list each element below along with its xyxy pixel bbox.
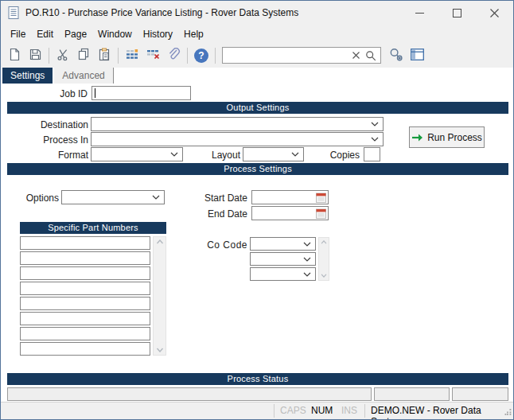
menu-help[interactable]: Help bbox=[178, 26, 209, 42]
paste-clipboard-icon bbox=[98, 48, 111, 64]
window-controls bbox=[401, 1, 513, 25]
co-code-scrollbar[interactable] bbox=[318, 237, 329, 281]
toolbar-separator bbox=[118, 48, 119, 64]
panel-layout-button[interactable] bbox=[407, 46, 427, 65]
chevron-down-icon bbox=[291, 152, 299, 157]
process-status-header: Process Status bbox=[7, 373, 508, 385]
tab-strip: Settings Advanced bbox=[2, 68, 114, 84]
minimize-button[interactable] bbox=[401, 1, 438, 25]
part-numbers-header: Specific Part Numbers bbox=[20, 222, 166, 234]
part-number-input[interactable] bbox=[20, 236, 150, 250]
options-label: Options bbox=[1, 192, 59, 204]
title-bar: PO.R10 - Purchase Price Variance Listing… bbox=[1, 1, 513, 25]
menu-bar: File Edit Page Window History Help bbox=[1, 25, 513, 43]
status-bar: CAPS NUM INS DEMO.NEW - Rover Data Syste… bbox=[1, 402, 513, 419]
menu-window[interactable]: Window bbox=[92, 26, 138, 42]
tab-advanced[interactable]: Advanced bbox=[54, 68, 113, 84]
chevron-down-icon bbox=[303, 242, 311, 247]
copy-button[interactable] bbox=[73, 46, 94, 65]
num-lock-indicator: NUM bbox=[311, 405, 333, 416]
attachment-button[interactable] bbox=[163, 46, 184, 65]
tab-settings[interactable]: Settings bbox=[2, 68, 53, 84]
delete-rows-button[interactable] bbox=[142, 46, 163, 65]
copy-icon bbox=[77, 48, 91, 64]
copies-input[interactable] bbox=[364, 147, 380, 161]
report-document-icon bbox=[8, 6, 19, 19]
co-code-label: Co Code bbox=[192, 239, 247, 251]
destination-label: Destination bbox=[1, 119, 88, 130]
scroll-down-icon[interactable] bbox=[321, 274, 327, 278]
insert-rows-button[interactable] bbox=[122, 46, 142, 65]
part-number-input[interactable] bbox=[20, 342, 150, 356]
start-date-label: Start Date bbox=[192, 192, 247, 204]
process-in-select[interactable] bbox=[91, 132, 384, 146]
job-id-input[interactable] bbox=[92, 86, 191, 100]
panel-layout-icon bbox=[411, 49, 424, 63]
part-number-input[interactable] bbox=[20, 312, 150, 325]
run-arrow-icon bbox=[411, 133, 423, 142]
process-settings-header: Process Settings bbox=[7, 163, 508, 175]
calendar-icon[interactable] bbox=[316, 192, 326, 205]
calendar-icon[interactable] bbox=[316, 208, 326, 221]
part-number-input[interactable] bbox=[20, 327, 150, 340]
chevron-down-icon bbox=[371, 137, 379, 142]
options-select[interactable] bbox=[61, 190, 165, 204]
layout-label: Layout bbox=[188, 150, 240, 161]
part-numbers-scrollbar[interactable] bbox=[153, 236, 166, 356]
clear-search-icon[interactable] bbox=[351, 50, 361, 60]
resize-grip[interactable] bbox=[504, 406, 512, 418]
save-icon bbox=[29, 48, 42, 64]
insert-mode-indicator: INS bbox=[341, 405, 357, 416]
menu-history[interactable]: History bbox=[138, 26, 178, 42]
window-title: PO.R10 - Purchase Price Variance Listing… bbox=[25, 7, 298, 18]
paste-button[interactable] bbox=[94, 46, 115, 65]
co-code-select[interactable] bbox=[250, 252, 316, 266]
lookup-button[interactable] bbox=[386, 46, 407, 65]
session-label: DEMO.NEW - Rover Data Systems bbox=[371, 405, 513, 420]
destination-select[interactable] bbox=[91, 117, 384, 131]
scroll-up-icon[interactable] bbox=[321, 240, 327, 244]
chevron-down-icon bbox=[170, 152, 178, 157]
help-button[interactable]: ? bbox=[191, 46, 212, 65]
statusbar-separator bbox=[274, 404, 275, 418]
new-document-icon bbox=[8, 48, 21, 64]
search-input[interactable] bbox=[224, 49, 352, 62]
new-document-button[interactable] bbox=[4, 46, 25, 65]
part-number-list bbox=[20, 236, 150, 356]
statusbar-separator bbox=[364, 404, 365, 418]
layout-select[interactable] bbox=[243, 147, 304, 161]
cut-scissors-icon bbox=[56, 48, 70, 64]
save-button[interactable] bbox=[25, 46, 45, 65]
co-code-select[interactable] bbox=[250, 267, 316, 281]
text-caret bbox=[95, 88, 95, 98]
close-button[interactable] bbox=[476, 1, 513, 25]
run-process-button[interactable]: Run Process bbox=[409, 126, 485, 148]
co-code-select[interactable] bbox=[250, 237, 316, 251]
toolbar-search-box bbox=[222, 47, 381, 64]
format-select[interactable] bbox=[91, 147, 183, 161]
menu-page[interactable]: Page bbox=[59, 26, 92, 42]
caps-lock-indicator: CAPS bbox=[280, 405, 306, 416]
part-number-input[interactable] bbox=[20, 282, 150, 295]
menu-edit[interactable]: Edit bbox=[31, 26, 59, 42]
end-date-label: End Date bbox=[192, 208, 247, 220]
lookup-magnifier-icon bbox=[389, 48, 403, 64]
copies-label: Copies bbox=[308, 150, 360, 161]
scroll-down-icon[interactable] bbox=[156, 348, 163, 352]
chevron-down-icon bbox=[371, 122, 379, 126]
part-number-input[interactable] bbox=[20, 251, 150, 265]
search-icon[interactable] bbox=[364, 49, 377, 62]
delete-rows-icon bbox=[146, 48, 160, 63]
toolbar-separator bbox=[187, 48, 188, 64]
scroll-up-icon[interactable] bbox=[156, 239, 163, 244]
maximize-button[interactable] bbox=[438, 1, 476, 25]
menu-file[interactable]: File bbox=[5, 26, 31, 42]
part-number-input[interactable] bbox=[20, 266, 150, 280]
start-date-field[interactable] bbox=[251, 190, 329, 204]
status-field-main bbox=[7, 387, 372, 401]
part-number-input[interactable] bbox=[20, 297, 150, 310]
app-window: PO.R10 - Purchase Price Variance Listing… bbox=[0, 0, 514, 420]
end-date-field[interactable] bbox=[251, 206, 329, 220]
cut-button[interactable] bbox=[53, 46, 73, 65]
toolbar-separator bbox=[49, 48, 49, 64]
